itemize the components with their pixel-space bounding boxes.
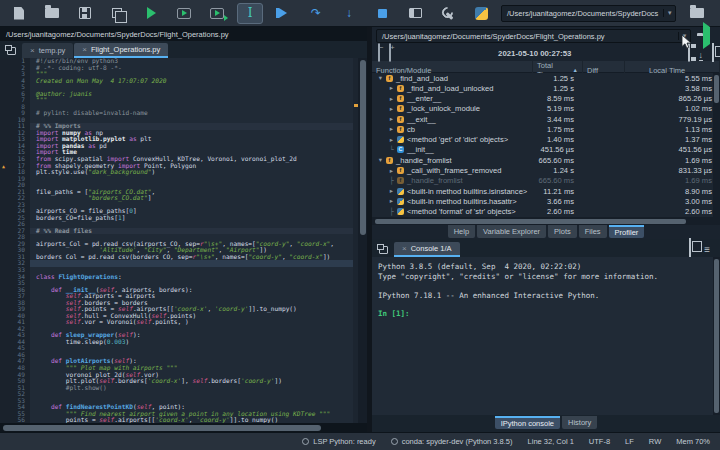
function-name: _handle_fromlist — [396, 156, 452, 165]
expander-icon[interactable]: ▸ — [387, 197, 396, 205]
step-over-button[interactable]: ↷ — [303, 3, 329, 24]
expander-icon[interactable]: ▸ — [387, 95, 396, 103]
console-vertical-scrollbar[interactable] — [713, 257, 720, 415]
profiler-row[interactable]: ▸f_call_with_frames_removed1.24 s831.33 … — [372, 165, 720, 175]
run-cell-button[interactable] — [171, 3, 197, 24]
profiler-row[interactable]: ▸f_lock_unlock_module5.19 ms1.02 ms — [372, 104, 720, 114]
editor-lines: 1#!/usr/bin/env python32# -*- coding: ut… — [0, 58, 353, 423]
expander-icon[interactable]: ▸ — [387, 105, 396, 113]
run-button[interactable] — [138, 3, 164, 24]
tab-temp-py[interactable]: × temp.py — [22, 43, 73, 58]
profiler-horizontal-scrollbar[interactable] — [372, 217, 720, 225]
total-time-value: 451.56 µs — [532, 145, 582, 154]
close-icon[interactable]: × — [82, 45, 87, 54]
debug-button[interactable] — [270, 3, 296, 24]
total-time-value: 8.59 ms — [532, 94, 582, 103]
function-icon: f — [397, 126, 404, 133]
profiler-row[interactable]: ▸fcb1.75 ms1.13 ms — [372, 124, 720, 134]
pane-tab-variable-explorer[interactable]: Variable Explorer — [477, 225, 546, 238]
bottom-tab-ipython-console[interactable]: IPython console — [495, 416, 560, 429]
expander-icon[interactable]: ▸ — [387, 115, 396, 123]
clipboard-icon — [689, 238, 691, 257]
new-file-button[interactable] — [6, 3, 32, 24]
spyder-window: I ↷ ↓ /Users/juanitagomez/Documents/Spyd… — [0, 0, 720, 450]
local-time-value: 451.56 µs — [624, 145, 719, 154]
preferences-button[interactable] — [435, 3, 461, 24]
total-time-value: 3.66 ms — [532, 197, 582, 206]
scrollbar-thumb[interactable] — [375, 219, 686, 224]
function-icon: f — [397, 177, 404, 184]
save-all-button[interactable] — [105, 3, 131, 24]
profiler-vertical-scrollbar[interactable] — [713, 73, 720, 217]
profiler-row[interactable]: ▸<built-in method builtins.hasattr>3.66 … — [372, 196, 720, 206]
expander-icon[interactable]: ▸ — [387, 136, 396, 144]
load-profile-button[interactable]: ↓ — [699, 44, 704, 62]
tab-console-1a[interactable]: × Console 1/A — [394, 242, 460, 257]
profiler-row[interactable]: ▾f_handle_fromlist665.60 ms1.69 ms — [372, 155, 720, 165]
profiler-run-button[interactable] — [703, 27, 710, 45]
editor-vertical-scrollbar[interactable] — [358, 58, 367, 423]
function-icon: f — [386, 157, 393, 164]
tab-flight-operations-py[interactable]: × Flight_Operations.py — [74, 43, 168, 58]
local-time-value: 1.37 ms — [624, 135, 719, 144]
open-folder-icon — [45, 8, 59, 18]
browse-tabs-button[interactable] — [2, 43, 20, 58]
console-output[interactable]: Python 3.8.5 (default, Sep 4 2020, 02:22… — [372, 257, 720, 415]
profiler-row[interactable]: ▾f_find_and_load1.25 s5.55 ms — [372, 73, 720, 83]
function-name: <method 'format' of 'str' objects> — [407, 207, 516, 216]
profiler-row[interactable]: ├f_handle_fromlist665.60 ms1.69 ms — [372, 176, 720, 186]
close-icon[interactable]: × — [30, 46, 35, 55]
browse-working-dir-button[interactable] — [684, 3, 710, 24]
expand-all-button[interactable] — [389, 44, 391, 62]
total-time-value: 1.25 s — [532, 74, 582, 83]
run-cell-advance-button[interactable] — [204, 3, 230, 24]
stop-debug-button[interactable] — [369, 3, 395, 24]
scrollbar-thumb[interactable] — [714, 75, 719, 103]
conda-env-status[interactable]: conda: spyder-dev (Python 3.8.5) — [391, 437, 513, 446]
close-icon[interactable]: × — [402, 244, 407, 253]
pane-tab-files[interactable]: Files — [579, 225, 607, 238]
pane-tab-profiler[interactable]: Profiler — [609, 225, 645, 238]
console-options-button[interactable]: ≡ — [704, 239, 710, 257]
copy-icon — [712, 43, 714, 62]
total-time-value: 3.44 ms — [532, 115, 582, 124]
expander-icon[interactable]: ▾ — [376, 156, 385, 164]
pane-tab-plots[interactable]: Plots — [548, 225, 577, 238]
console-prompt[interactable]: In [1]: — [378, 309, 720, 319]
collapse-all-button[interactable] — [378, 44, 380, 62]
open-file-button[interactable] — [39, 3, 65, 24]
python-icon — [397, 198, 404, 205]
profiler-row[interactable]: ├<method 'format' of 'str' objects>2.60 … — [372, 206, 720, 216]
bottom-tab-history[interactable]: History — [562, 416, 597, 429]
expander-icon[interactable]: ▸ — [387, 125, 396, 133]
profiler-row[interactable]: ▸f_find_and_load_unlocked1.25 s3.58 ms — [372, 83, 720, 93]
total-time-value: 665.60 ms — [532, 156, 582, 165]
profiler-row[interactable]: ▸<method 'get' of 'dict' objects>1.40 ms… — [372, 135, 720, 145]
profiler-file-combo[interactable]: /Users/juanitagomez/Documents/SpyderDocs… — [376, 29, 691, 43]
copy-profile-button[interactable] — [712, 44, 714, 62]
profiler-row[interactable]: ▸<built-in method builtins.isinstance>11… — [372, 186, 720, 196]
console-bottom-tabs: IPython consoleHistory — [372, 415, 720, 432]
expander-icon[interactable]: ▸ — [387, 187, 396, 195]
editor-horizontal-scrollbar[interactable] — [0, 423, 367, 432]
save-button[interactable] — [72, 3, 98, 24]
profiler-row[interactable]: ▸f__enter__8.59 ms865.26 µs — [372, 94, 720, 104]
inspect-button[interactable] — [689, 239, 691, 257]
browse-tabs-button[interactable] — [374, 242, 392, 257]
profiler-row[interactable]: └C__init__451.56 µs451.56 µs — [372, 145, 720, 155]
pythonpath-button[interactable] — [468, 3, 494, 24]
scrollbar-thumb[interactable] — [360, 60, 366, 235]
scrollbar-thumb[interactable] — [714, 259, 719, 413]
pane-tab-help[interactable]: Help — [448, 225, 475, 238]
combo-dropdown-icon[interactable]: ▾ — [663, 9, 675, 17]
working-directory-combo[interactable]: /Users/juanitagomez/Documents/SpyderDocs… — [501, 5, 676, 22]
expander-icon[interactable]: ▸ — [387, 84, 396, 92]
maximize-pane-button[interactable] — [402, 3, 428, 24]
profiler-row[interactable]: ▸f__exit__3.44 ms779.19 µs — [372, 114, 720, 124]
step-into-button[interactable]: ↓ — [336, 3, 362, 24]
run-selection-button[interactable]: I — [237, 3, 263, 24]
expander-icon[interactable]: ▸ — [387, 167, 396, 175]
scrollbar-thumb[interactable] — [3, 425, 321, 431]
expander-icon[interactable]: ▾ — [376, 74, 385, 82]
code-editor[interactable]: 1#!/usr/bin/env python32# -*- coding: ut… — [0, 58, 367, 423]
